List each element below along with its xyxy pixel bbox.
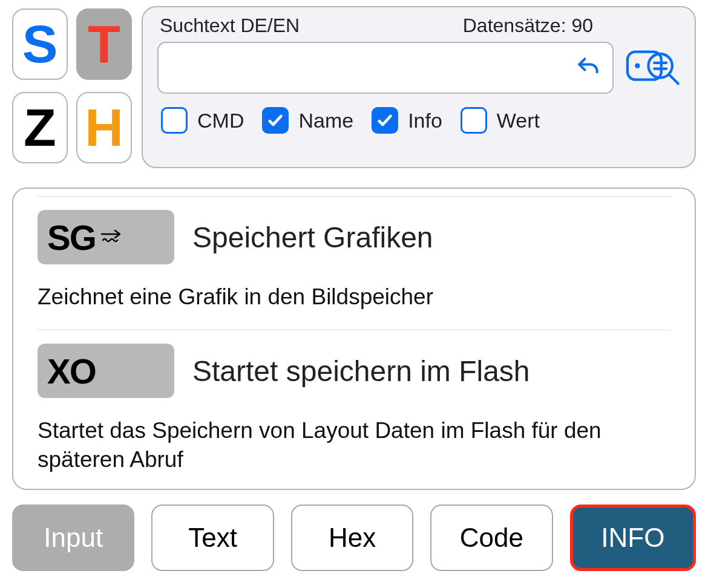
top-row: S T Z H Suchtext DE/EN Datensätze: 90	[12, 6, 696, 168]
item-description: Zeichnet eine Grafik in den Bildspeicher	[38, 283, 670, 312]
letter-s-button[interactable]: S	[12, 8, 68, 80]
tab-text[interactable]: Text	[151, 505, 274, 571]
result-list[interactable]: SG Speichert Grafiken Zeichnet eine Graf…	[12, 188, 696, 490]
tab-input[interactable]: Input	[12, 505, 134, 571]
arrow-icon	[100, 228, 125, 246]
list-item[interactable]: SG Speichert Grafiken Zeichnet eine Graf…	[38, 196, 670, 330]
filter-info[interactable]: Info	[372, 107, 442, 134]
svg-rect-0	[628, 52, 661, 80]
item-title: Startet speichern im Flash	[192, 354, 530, 388]
filter-row: CMD Name Info Wert	[157, 107, 680, 134]
search-row	[157, 42, 680, 94]
search-panel: Suchtext DE/EN Datensätze: 90	[142, 6, 696, 168]
filter-wert-label: Wert	[497, 109, 540, 132]
checkbox-icon	[461, 107, 487, 134]
detail-search-icon[interactable]	[624, 43, 680, 93]
letter-t-button[interactable]: T	[76, 8, 132, 80]
svg-line-5	[669, 75, 678, 84]
svg-point-1	[635, 64, 640, 68]
letter-h-button[interactable]: H	[76, 92, 132, 163]
undo-icon[interactable]	[575, 54, 601, 81]
filter-wert[interactable]: Wert	[461, 107, 540, 134]
checkbox-checked-icon	[262, 107, 289, 134]
tab-hex[interactable]: Hex	[291, 505, 413, 571]
search-labels: Suchtext DE/EN Datensätze: 90	[157, 15, 680, 37]
item-description: Startet das Speichern von Layout Daten i…	[38, 416, 670, 474]
list-item[interactable]: XO Startet speichern im Flash Startet da…	[38, 330, 670, 490]
filter-info-label: Info	[408, 109, 442, 132]
search-input[interactable]	[157, 42, 614, 94]
checkbox-icon	[161, 107, 188, 134]
command-badge: XO	[38, 344, 174, 398]
bottom-tabs: Input Text Hex Code INFO	[12, 505, 696, 571]
letter-grid: S T Z H	[12, 6, 132, 168]
filter-cmd-label: CMD	[197, 109, 244, 132]
record-count-label: Datensätze: 90	[463, 15, 593, 37]
command-code: SG	[47, 217, 96, 258]
search-label-left: Suchtext DE/EN	[160, 15, 300, 37]
filter-name[interactable]: Name	[262, 107, 353, 134]
command-code: XO	[47, 351, 96, 391]
tab-code[interactable]: Code	[430, 505, 552, 571]
filter-cmd[interactable]: CMD	[161, 107, 244, 134]
command-badge: SG	[38, 210, 174, 264]
letter-z-button[interactable]: Z	[12, 92, 68, 163]
checkbox-checked-icon	[372, 107, 398, 134]
tab-info-button[interactable]: INFO	[570, 505, 696, 571]
item-title: Speichert Grafiken	[192, 221, 433, 254]
filter-name-label: Name	[298, 109, 353, 132]
